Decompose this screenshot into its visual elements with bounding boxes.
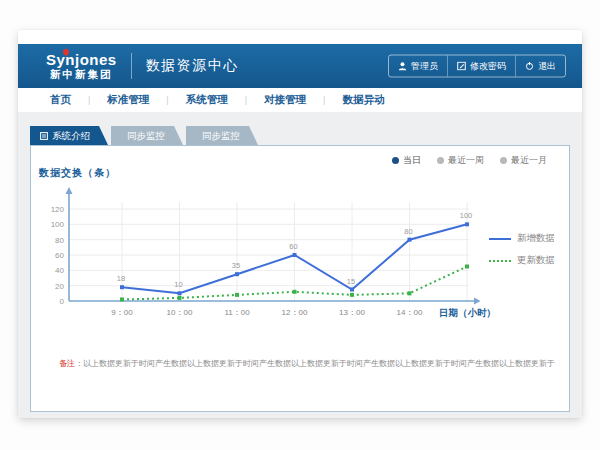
nav-separator: | [88, 95, 90, 105]
tab-sync-monitor-2[interactable]: 同步监控 [186, 126, 258, 145]
logo-company-text: 新中新集团 [46, 69, 117, 80]
svg-text:80: 80 [55, 236, 64, 245]
svg-text:日期（小时）: 日期（小时） [439, 307, 496, 319]
y-axis-title: 数据交换（条） [39, 166, 116, 180]
chart-panel: 当日 最近一周 最近一月 数据交换（条） 0204060801001201810… [30, 145, 570, 412]
user-icon [398, 62, 407, 71]
svg-text:13：00: 13：00 [339, 308, 365, 317]
page-title: 数据资源中心 [146, 57, 239, 75]
content-area: 系统介绍 同步监控 同步监控 当日 最近一周 [18, 112, 582, 418]
user-menu-change-password[interactable]: 修改密码 [447, 56, 515, 77]
user-menu-admin-label: 管理员 [411, 60, 438, 73]
legend-update-data-label: 更新数据 [517, 254, 555, 267]
radio-dot-icon [392, 157, 399, 164]
footnote: 备注：以上数据更新于时间产生数据以上数据更新于时间产生数据以上数据更新于时间产生… [59, 358, 555, 369]
nav-separator: | [166, 95, 168, 105]
radio-last-month[interactable]: 最近一月 [500, 154, 547, 167]
company-logo: Synjones 新中新集团 [46, 52, 117, 80]
svg-text:10：00: 10：00 [167, 308, 193, 317]
svg-text:18: 18 [117, 274, 125, 283]
nav-item-standard-mgmt[interactable]: 标准管理 [107, 93, 149, 107]
legend-line-dotted-icon [489, 260, 511, 262]
svg-text:100: 100 [460, 211, 473, 220]
tab-sync-monitor-1[interactable]: 同步监控 [111, 126, 183, 145]
svg-text:35: 35 [232, 261, 240, 270]
radio-last-week-label: 最近一周 [448, 154, 484, 167]
svg-text:60: 60 [55, 251, 64, 260]
app-header: Synjones 新中新集团 数据资源中心 管理员 修改密码 [18, 44, 582, 88]
radio-dot-icon [437, 157, 444, 164]
tab-bar: 系统介绍 同步监控 同步监控 [30, 126, 570, 145]
nav-separator: | [323, 95, 325, 105]
header-divider [131, 53, 132, 79]
legend-new-data: 新增数据 [489, 232, 555, 245]
radio-last-week[interactable]: 最近一周 [437, 154, 484, 167]
legend-line-solid-icon [489, 238, 511, 240]
footnote-text: ：以上数据更新于时间产生数据以上数据更新于时间产生数据以上数据更新于时间产生数据… [75, 359, 555, 368]
chart-legend: 新增数据 更新数据 [489, 232, 555, 267]
time-range-radios: 当日 最近一周 最近一月 [392, 154, 547, 167]
edit-icon [457, 62, 466, 71]
radio-today[interactable]: 当日 [392, 154, 421, 167]
user-menu-logout-label: 退出 [538, 60, 556, 73]
tab-system-intro[interactable]: 系统介绍 [30, 126, 108, 145]
nav-item-interface-mgmt[interactable]: 对接管理 [264, 93, 306, 107]
tab-label: 系统介绍 [52, 126, 90, 145]
svg-text:9：00: 9：00 [111, 308, 133, 317]
document-icon [40, 132, 48, 140]
svg-text:40: 40 [55, 266, 64, 275]
svg-text:12：00: 12：00 [282, 308, 308, 317]
svg-text:80: 80 [404, 227, 412, 236]
user-menu-change-password-label: 修改密码 [470, 60, 506, 73]
svg-text:0: 0 [60, 297, 65, 306]
app-window: Synjones 新中新集团 数据资源中心 管理员 修改密码 [18, 30, 582, 418]
radio-last-month-label: 最近一月 [511, 154, 547, 167]
svg-text:120: 120 [51, 205, 65, 214]
svg-text:14：00: 14：00 [397, 308, 423, 317]
legend-new-data-label: 新增数据 [517, 232, 555, 245]
user-menu-logout[interactable]: 退出 [515, 56, 565, 77]
svg-text:11：00: 11：00 [224, 308, 250, 317]
logo-brand-text: Synjones [46, 52, 117, 67]
window-top-strip [18, 30, 582, 44]
svg-text:10: 10 [174, 280, 182, 289]
radio-dot-icon [500, 157, 507, 164]
user-menu: 管理员 修改密码 退出 [388, 55, 566, 78]
svg-text:20: 20 [55, 282, 64, 291]
power-icon [525, 62, 534, 71]
nav-item-data-change[interactable]: 数据异动 [342, 93, 384, 107]
footnote-label: 备注 [59, 359, 75, 368]
legend-update-data: 更新数据 [489, 254, 555, 267]
nav-item-system-mgmt[interactable]: 系统管理 [186, 93, 228, 107]
tab-label: 同步监控 [127, 126, 165, 145]
svg-text:60: 60 [289, 242, 297, 251]
tab-label: 同步监控 [202, 126, 240, 145]
nav-separator: | [245, 95, 247, 105]
svg-text:100: 100 [51, 220, 65, 229]
radio-today-label: 当日 [403, 154, 421, 167]
nav-item-home[interactable]: 首页 [50, 93, 71, 107]
svg-text:15: 15 [347, 277, 355, 286]
main-nav: 首页 | 标准管理 | 系统管理 | 对接管理 | 数据异动 [18, 88, 582, 113]
user-menu-admin[interactable]: 管理员 [389, 56, 447, 77]
